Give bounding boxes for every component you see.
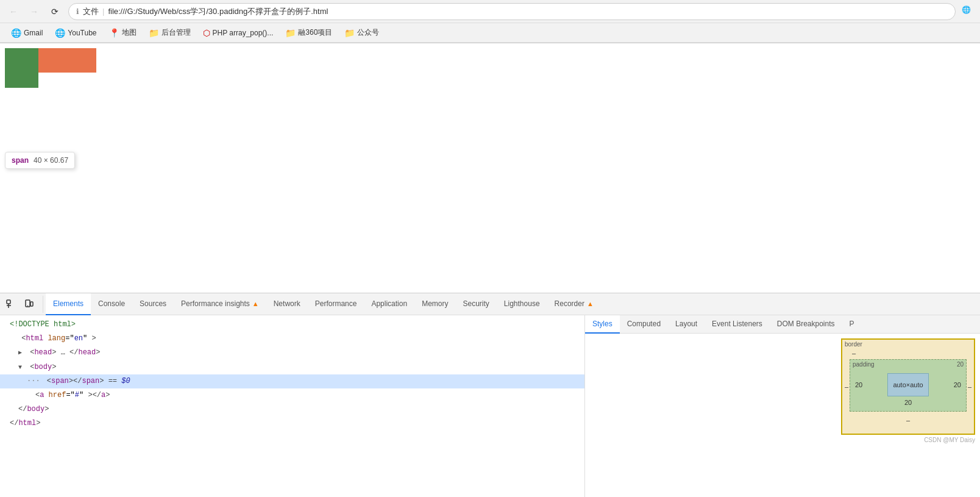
translate-icon[interactable]: 🌐 xyxy=(962,5,974,18)
tooltip-size: 40 × 60.67 xyxy=(34,156,68,165)
bookmark-admin-label: 后台管理 xyxy=(162,27,191,38)
youtube-icon: 🌐 xyxy=(55,28,65,38)
devtools-panel: Elements Console Sources Performance ins… xyxy=(0,293,980,293)
bookmark-maps-label: 地图 xyxy=(122,27,137,38)
tab-performance-insights[interactable]: Performance insights ▲ xyxy=(174,293,266,294)
bookmark-youtube-label: YouTube xyxy=(68,29,96,37)
green-box xyxy=(5,48,38,88)
php-icon: ⬡ xyxy=(203,28,210,38)
url-file-label: 文件 xyxy=(83,6,99,17)
tab-memory[interactable]: Memory xyxy=(414,293,455,294)
bookmark-youtube[interactable]: 🌐 YouTube xyxy=(50,27,101,39)
element-tooltip: span 40 × 60.67 xyxy=(5,152,75,169)
browser-chrome: ← → ⟳ ℹ 文件 | file:///G:/Study/Web/css学习/… xyxy=(0,0,980,43)
forward-button[interactable]: → xyxy=(27,4,41,19)
reload-button[interactable]: ⟳ xyxy=(48,4,62,19)
tab-lighthouse[interactable]: Lighthouse xyxy=(497,293,547,294)
tab-sources[interactable]: Sources xyxy=(132,293,174,294)
tab-application[interactable]: Application xyxy=(364,293,414,294)
bookmark-gmail-label: Gmail xyxy=(24,29,43,37)
page-content: span 40 × 60.67 xyxy=(0,43,980,293)
tab-network[interactable]: Network xyxy=(266,293,308,294)
address-bar: ← → ⟳ ℹ 文件 | file:///G:/Study/Web/css学习/… xyxy=(0,0,980,23)
public-folder-icon: 📁 xyxy=(344,28,355,38)
bookmark-php-label: PHP array_pop()... xyxy=(213,29,274,37)
gmail-icon: 🌐 xyxy=(11,28,21,38)
bookmark-public[interactable]: 📁 公众号 xyxy=(339,26,384,39)
url-divider: | xyxy=(102,7,104,16)
tab-console[interactable]: Console xyxy=(91,293,132,294)
bookmark-r360-label: 融360项目 xyxy=(298,27,332,38)
bookmarks-bar: 🌐 Gmail 🌐 YouTube 📍 地图 📁 后台管理 ⬡ PHP arra… xyxy=(0,23,980,43)
info-icon: ℹ xyxy=(76,7,79,16)
maps-icon: 📍 xyxy=(109,28,119,38)
tab-performance[interactable]: Performance xyxy=(308,293,364,294)
devtools-tabs: Elements Console Sources Performance ins… xyxy=(46,293,978,294)
admin-folder-icon: 📁 xyxy=(149,28,159,38)
bookmark-gmail[interactable]: 🌐 Gmail xyxy=(6,27,48,39)
tab-recorder[interactable]: Recorder ▲ xyxy=(547,293,601,294)
bookmark-admin[interactable]: 📁 后台管理 xyxy=(144,26,196,39)
back-button[interactable]: ← xyxy=(6,4,21,19)
bookmark-maps[interactable]: 📍 地图 xyxy=(104,26,141,39)
url-text: file:///G:/Study/Web/css学习/30.padidng不撑开… xyxy=(108,6,948,17)
orange-box xyxy=(38,48,96,73)
tab-elements[interactable]: Elements xyxy=(46,293,91,294)
r360-folder-icon: 📁 xyxy=(285,28,296,38)
url-bar[interactable]: ℹ 文件 | file:///G:/Study/Web/css学习/30.pad… xyxy=(68,3,956,20)
bookmark-php[interactable]: ⬡ PHP array_pop()... xyxy=(198,27,279,39)
tab-security[interactable]: Security xyxy=(455,293,496,294)
bookmark-r360[interactable]: 📁 融360项目 xyxy=(280,26,337,39)
tooltip-tag: span xyxy=(12,156,29,165)
bookmark-public-label: 公众号 xyxy=(357,27,379,38)
